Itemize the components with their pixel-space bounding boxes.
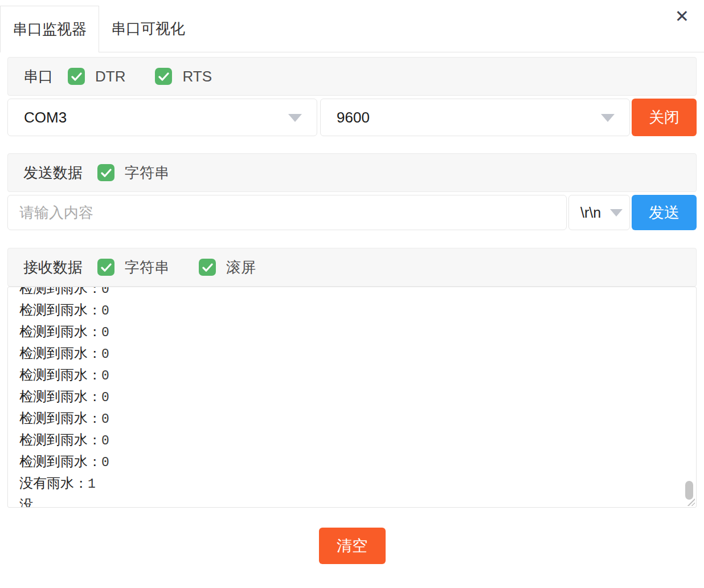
checkbox-item: 字符串: [97, 258, 169, 277]
dropdown-arrow-icon: [601, 114, 615, 122]
receive-section-title: 接收数据: [23, 258, 83, 277]
log-line-label: 没: [19, 497, 33, 508]
send-button[interactable]: 发送: [632, 195, 697, 230]
send-controls-row: \r\n 发送: [7, 195, 697, 230]
dialog-content: 串口 DTR RTS COM3 9600 关闭 发送数据: [0, 57, 704, 564]
dropdown-arrow-icon: [610, 209, 623, 217]
checkbox-item: 字符串: [97, 163, 169, 183]
dropdown-arrow-icon: [288, 114, 302, 122]
checkbox-checked[interactable]: [97, 259, 114, 276]
scrollbar-thumb[interactable]: [685, 481, 693, 500]
checkbox-item: RTS: [155, 68, 212, 85]
log-line: 检测到雨水：0: [19, 386, 685, 408]
line-ending-value: \r\n: [580, 205, 601, 221]
log-line-value: 0: [101, 412, 109, 427]
checkbox-label: 字符串: [125, 258, 169, 277]
log-line-label: 检测到雨水：: [19, 454, 101, 469]
checkbox-checked[interactable]: [155, 68, 172, 85]
check-icon: [101, 169, 112, 177]
line-ending-select[interactable]: \r\n: [568, 195, 630, 230]
log-line-label: 没有雨水：: [19, 475, 88, 491]
log-line-value: 0: [101, 347, 109, 362]
receive-log-area[interactable]: 检测到雨水：0检测到雨水：0检测到雨水：0检测到雨水：0检测到雨水：0检测到雨水…: [7, 287, 697, 508]
log-line-label: 检测到雨水：: [19, 324, 101, 339]
log-line: 检测到雨水：0: [19, 321, 685, 343]
log-line-value: 0: [101, 325, 109, 340]
log-line-value: 1: [88, 477, 96, 492]
check-icon: [71, 72, 82, 81]
log-line: 检测到雨水：0: [19, 365, 685, 386]
log-line: 检测到雨水：0: [19, 408, 685, 430]
log-line-label: 检测到雨水：: [19, 432, 101, 447]
log-line-value: 0: [101, 304, 109, 318]
send-checkbox-group: 字符串: [97, 163, 199, 183]
log-line-value: 0: [101, 287, 109, 297]
tab-label: 串口监视器: [13, 19, 87, 39]
tab-label: 串口可视化: [111, 19, 185, 39]
log-line-label: 检测到雨水：: [19, 389, 101, 404]
port-select-value: COM3: [24, 109, 67, 126]
log-line-value: 0: [101, 455, 109, 470]
log-line-value: 0: [101, 369, 109, 383]
log-line-value: 0: [101, 434, 109, 448]
close-icon[interactable]: ✕: [673, 6, 691, 27]
log-line: 检测到雨水：0: [19, 343, 685, 365]
log-line: 检测到雨水：0: [19, 300, 685, 321]
log-line-value: 0: [101, 390, 109, 405]
port-section-title: 串口: [23, 67, 53, 87]
log-line: 检测到雨水：0: [19, 430, 685, 451]
baudrate-select-value: 9600: [337, 109, 370, 126]
log-line-label: 检测到雨水：: [19, 302, 101, 317]
port-section-header: 串口 DTR RTS: [7, 57, 697, 96]
send-section-title: 发送数据: [23, 163, 83, 183]
receive-section-header: 接收数据 字符串 滚屏: [7, 248, 697, 287]
log-lines: 检测到雨水：0检测到雨水：0检测到雨水：0检测到雨水：0检测到雨水：0检测到雨水…: [8, 287, 696, 508]
checkbox-label: DTR: [95, 68, 125, 85]
receive-checkbox-group: 字符串 滚屏: [97, 258, 285, 277]
check-icon: [202, 263, 213, 272]
baudrate-select[interactable]: 9600: [320, 99, 630, 136]
log-line: 没: [19, 495, 685, 508]
close-port-button[interactable]: 关闭: [632, 99, 697, 136]
checkbox-checked[interactable]: [68, 68, 85, 85]
tab-bar: 串口监视器 串口可视化 ✕: [0, 0, 704, 52]
checkbox-checked[interactable]: [97, 164, 114, 181]
log-line: 检测到雨水：0: [19, 287, 685, 300]
checkbox-label: 字符串: [125, 163, 169, 183]
port-controls-row: COM3 9600 关闭: [7, 99, 697, 136]
checkbox-checked[interactable]: [199, 259, 216, 276]
log-line: 检测到雨水：0: [19, 451, 685, 473]
log-line-label: 检测到雨水：: [19, 345, 101, 361]
checkbox-label: 滚屏: [226, 258, 256, 277]
port-checkbox-group: DTR RTS: [68, 68, 242, 85]
log-line-label: 检测到雨水：: [19, 287, 101, 296]
checkbox-item: 滚屏: [199, 258, 256, 277]
checkbox-label: RTS: [182, 68, 212, 85]
log-line: 没有雨水：1: [19, 473, 685, 495]
send-input[interactable]: [7, 195, 567, 230]
port-select[interactable]: COM3: [7, 99, 317, 136]
log-line-label: 检测到雨水：: [19, 367, 101, 382]
log-line-label: 检测到雨水：: [19, 410, 101, 426]
checkbox-item: DTR: [68, 68, 125, 85]
clear-button[interactable]: 清空: [319, 528, 386, 564]
check-icon: [101, 263, 112, 272]
send-section-header: 发送数据 字符串: [7, 153, 697, 192]
tab-serial-visualization[interactable]: 串口可视化: [99, 6, 197, 52]
tab-serial-monitor[interactable]: 串口监视器: [0, 6, 99, 52]
check-icon: [158, 72, 169, 81]
footer: 清空: [7, 528, 697, 564]
